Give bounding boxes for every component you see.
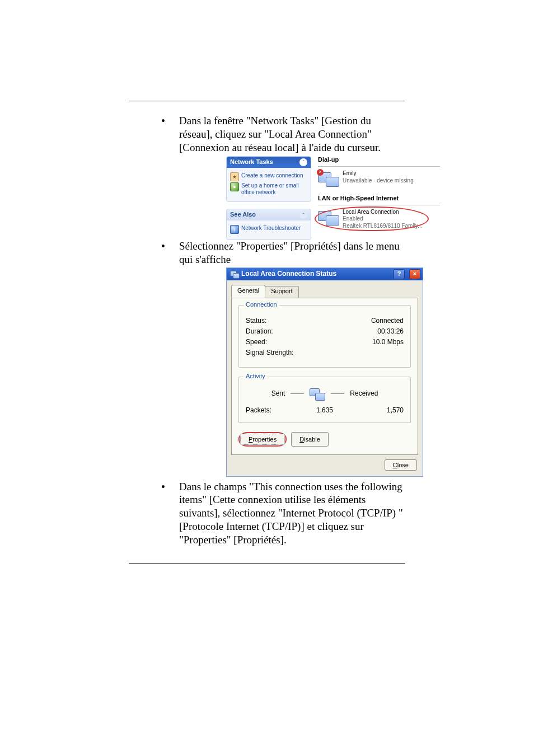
info-icon: i <box>230 225 239 234</box>
disable-button[interactable]: Disable <box>291 432 329 447</box>
tab-general[interactable]: General <box>231 285 265 298</box>
window-title: Local Area Connection Status <box>241 270 389 278</box>
group-connection: Connection Status:Connected Duration:00:… <box>238 305 411 368</box>
link-troubleshooter[interactable]: i Network Troubleshooter <box>230 225 307 234</box>
conn-name: Emily <box>343 170 414 177</box>
help-button[interactable]: ? <box>394 269 405 279</box>
value-speed: 10.0 Mbps <box>372 338 404 346</box>
label-signal: Signal Strength: <box>246 349 293 357</box>
conn-name: Local Area Connection <box>343 209 422 216</box>
activity-icon <box>310 387 325 401</box>
conn-status: Enabled <box>343 215 422 223</box>
collapse-icon[interactable]: ˆ <box>299 211 307 219</box>
window-icon <box>230 270 238 278</box>
link-label: Network Troubleshooter <box>241 225 301 232</box>
panel-network-tasks: Network Tasks ˆ ★ Create a new connectio… <box>226 156 311 202</box>
doc-bullet-1: Dans la fenêtre "Network Tasks" [Gestion… <box>129 114 405 236</box>
bullet-text: Dans le champs "This connection uses the… <box>179 481 403 546</box>
label-sent: Sent <box>271 389 285 398</box>
btn-label-rest: lose <box>397 462 409 468</box>
wizard-icon: ★ <box>230 172 239 181</box>
value-duration: 00:33:26 <box>377 327 404 336</box>
panel-title: Network Tasks <box>230 158 273 166</box>
label-status: Status: <box>246 317 266 325</box>
panel-see-also: See Also ˆ i Network Troubleshooter <box>226 209 311 240</box>
screenshot-network-connections: Network Tasks ˆ ★ Create a new connectio… <box>226 156 440 236</box>
value-packets-sent: 1,635 <box>298 406 351 415</box>
label-speed: Speed: <box>246 338 267 346</box>
task-label: Set up a home or small office network <box>241 182 307 196</box>
label-received: Received <box>350 389 378 398</box>
titlebar: Local Area Connection Status ? × <box>227 268 423 280</box>
collapse-icon[interactable]: ˆ <box>299 158 307 166</box>
connection-dialup[interactable]: × Emily Unavailable - device missing <box>318 170 440 189</box>
annotation-highlight-ring: Properties <box>238 432 287 447</box>
dash-left <box>291 393 304 394</box>
bullet-text: Dans la fenêtre "Network Tasks" [Gestion… <box>179 115 381 153</box>
properties-button[interactable]: Properties <box>240 434 285 445</box>
category-dialup: Dial-up <box>318 156 440 164</box>
tab-strip: General Support <box>227 280 423 298</box>
task-label: Create a new connection <box>241 172 303 179</box>
task-setup-network[interactable]: ● Set up a home or small office network <box>230 182 307 196</box>
dialup-icon: × <box>318 170 339 189</box>
close-button[interactable]: × <box>409 269 420 279</box>
category-lan: LAN or High-Speed Internet <box>318 195 440 203</box>
conn-status: Unavailable - device missing <box>343 177 414 185</box>
value-status: Connected <box>371 317 404 325</box>
label-duration: Duration: <box>246 327 273 336</box>
panel-title: See Also <box>230 211 256 219</box>
group-legend: Activity <box>243 373 268 381</box>
group-activity: Activity Sent Received Packets: <box>238 377 411 423</box>
tab-support[interactable]: Support <box>265 286 299 298</box>
screenshot-lac-status: Local Area Connection Status ? × General… <box>226 267 423 477</box>
bullet-text: Sélectionnez "Properties" [Propriétés] d… <box>179 240 400 265</box>
globe-icon: ● <box>230 182 239 191</box>
group-legend: Connection <box>243 301 279 309</box>
conn-adapter: Realtek RTL8169/8110 Family... <box>343 223 422 230</box>
close-dialog-button[interactable]: Close <box>385 459 417 471</box>
label-packets: Packets: <box>246 406 298 415</box>
task-create-connection[interactable]: ★ Create a new connection <box>230 172 307 181</box>
value-packets-received: 1,570 <box>351 406 404 415</box>
btn-label-rest: roperties <box>252 436 277 443</box>
connection-lan[interactable]: Local Area Connection Enabled Realtek RT… <box>318 209 440 230</box>
btn-label-rest: isable <box>304 436 320 443</box>
error-x-icon: × <box>317 169 324 176</box>
dash-right <box>331 393 344 394</box>
doc-bullet-2: Sélectionnez "Properties" [Propriétés] d… <box>129 240 405 476</box>
doc-bullet-3: Dans le champs "This connection uses the… <box>129 480 405 547</box>
lan-icon <box>318 209 339 228</box>
